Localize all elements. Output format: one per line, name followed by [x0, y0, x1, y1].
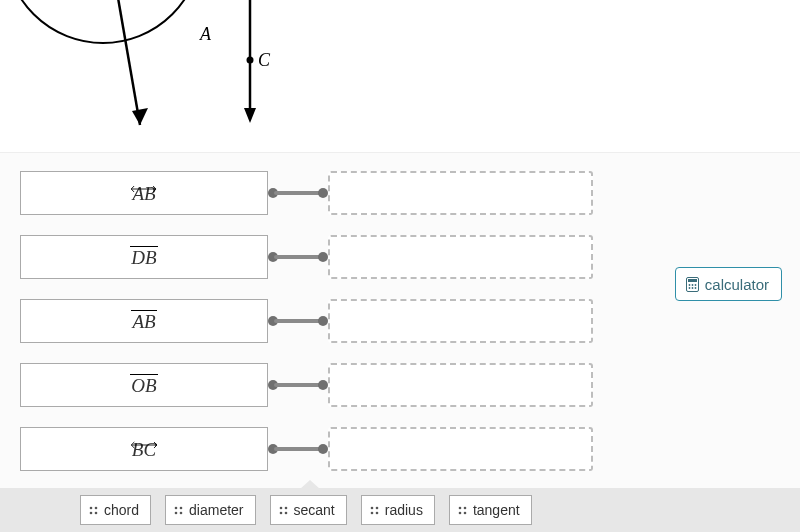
geometry-diagram: A C [0, 0, 800, 152]
svg-point-26 [279, 512, 282, 515]
match-row-db-segment: DB [20, 235, 780, 279]
svg-point-0 [5, 0, 201, 43]
connector-icon [268, 317, 328, 325]
option-label: radius [385, 502, 423, 518]
svg-point-20 [175, 507, 178, 510]
match-row-ab-line: AB [20, 171, 780, 215]
calculator-label: calculator [705, 276, 769, 293]
connector-icon [268, 381, 328, 389]
option-diameter[interactable]: diameter [165, 495, 255, 525]
drag-grip-icon [279, 503, 288, 517]
calculator-icon [686, 277, 699, 292]
label-C: C [258, 50, 271, 70]
svg-point-15 [694, 287, 696, 289]
drag-grip-icon [89, 503, 98, 517]
line-double-arrow-icon [129, 177, 158, 185]
diagram-svg: A C [0, 0, 400, 152]
svg-point-14 [691, 287, 693, 289]
svg-point-32 [459, 507, 462, 510]
svg-point-33 [464, 507, 467, 510]
prompt-text: OB [131, 375, 156, 396]
drop-zone-db-segment[interactable] [328, 235, 593, 279]
option-radius[interactable]: radius [361, 495, 435, 525]
connector-icon [268, 445, 328, 453]
drop-zone-bc-line[interactable] [328, 427, 593, 471]
drop-zone-ab-segment[interactable] [328, 299, 593, 343]
svg-point-21 [180, 507, 183, 510]
svg-point-11 [691, 284, 693, 286]
connector-icon [268, 253, 328, 261]
prompt-text: DB [131, 247, 156, 268]
svg-point-30 [370, 512, 373, 515]
match-row-ob-segment: OB [20, 363, 780, 407]
option-chord[interactable]: chord [80, 495, 151, 525]
prompt-db-segment: DB [20, 235, 268, 279]
connector-icon [268, 189, 328, 197]
option-label: diameter [189, 502, 243, 518]
work-area: ABDBABOBBC calculator [0, 152, 800, 488]
svg-point-13 [688, 287, 690, 289]
calculator-button[interactable]: calculator [675, 267, 782, 301]
drop-zone-ab-line[interactable] [328, 171, 593, 215]
svg-point-17 [95, 507, 98, 510]
svg-point-34 [459, 512, 462, 515]
match-row-bc-line: BC [20, 427, 780, 471]
svg-point-19 [95, 512, 98, 515]
option-secant[interactable]: secant [270, 495, 347, 525]
label-A: A [199, 24, 212, 44]
option-label: tangent [473, 502, 520, 518]
prompt-ab-segment: AB [20, 299, 268, 343]
segment-bar-icon [130, 246, 157, 247]
drag-grip-icon [370, 503, 379, 517]
svg-point-10 [688, 284, 690, 286]
match-row-ab-segment: AB [20, 299, 780, 343]
prompt-ab-line: AB [20, 171, 268, 215]
svg-point-35 [464, 512, 467, 515]
svg-point-12 [694, 284, 696, 286]
svg-point-18 [90, 512, 93, 515]
svg-point-22 [175, 512, 178, 515]
prompt-bc-line: BC [20, 427, 268, 471]
svg-point-24 [279, 507, 282, 510]
svg-point-16 [90, 507, 93, 510]
prompt-ob-segment: OB [20, 363, 268, 407]
svg-point-25 [284, 507, 287, 510]
segment-bar-icon [130, 374, 157, 375]
svg-point-23 [180, 512, 183, 515]
prompt-text: AB [132, 311, 155, 332]
option-tangent[interactable]: tangent [449, 495, 532, 525]
line-double-arrow-icon [129, 433, 159, 441]
svg-marker-4 [244, 108, 256, 123]
svg-rect-9 [688, 279, 697, 282]
option-label: chord [104, 502, 139, 518]
svg-point-29 [375, 507, 378, 510]
svg-line-1 [108, 0, 140, 125]
svg-point-28 [370, 507, 373, 510]
svg-point-5 [247, 57, 254, 64]
answer-options-bar: chorddiametersecantradiustangent [0, 488, 800, 532]
segment-bar-icon [131, 310, 156, 311]
svg-point-27 [284, 512, 287, 515]
svg-marker-2 [132, 108, 148, 125]
drag-grip-icon [174, 503, 183, 517]
drag-grip-icon [458, 503, 467, 517]
svg-point-31 [375, 512, 378, 515]
drop-zone-ob-segment[interactable] [328, 363, 593, 407]
option-label: secant [294, 502, 335, 518]
